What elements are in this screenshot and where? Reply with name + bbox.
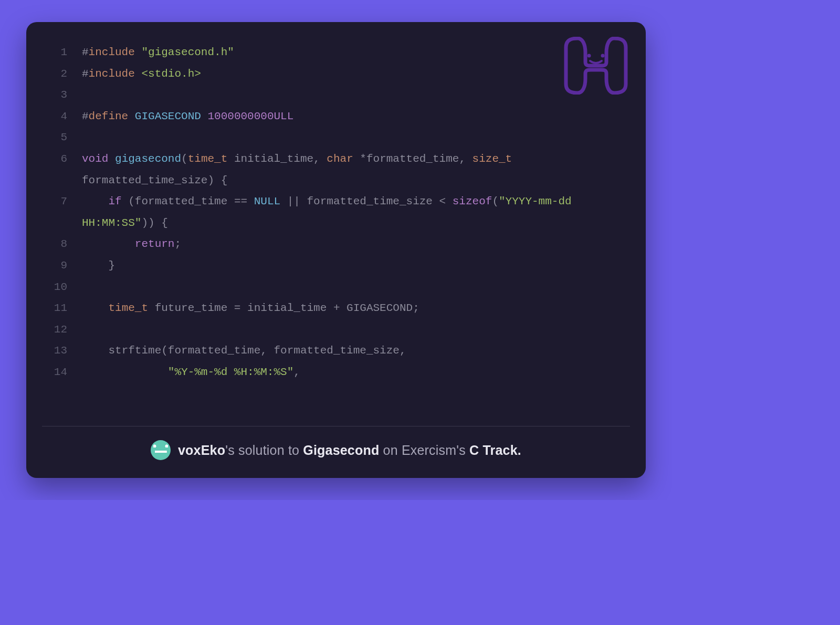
footer-exercise: Gigasecond [303,443,379,457]
code-content[interactable]: strftime(formatted_time, formatted_time_… [67,340,630,362]
footer-track: C Track. [469,443,521,457]
line-number: 6 [42,149,67,191]
line-number: 9 [42,255,67,277]
code-line: 1#include "gigasecond.h" [42,42,630,64]
code-content[interactable]: #include "gigasecond.h" [67,42,630,64]
line-number: 1 [42,42,67,64]
code-line: 12 [42,319,630,341]
line-number: 10 [42,277,67,298]
code-content[interactable]: return; [67,234,630,255]
code-line: 5 [42,127,630,149]
code-line: 3 [42,85,630,106]
code-content[interactable]: void gigasecond(time_t initial_time, cha… [67,149,630,191]
footer-user: voxEko [178,443,225,457]
code-line: 14 "%Y-%m-%d %H:%M:%S", [42,362,630,383]
code-content[interactable]: #include <stdio.h> [67,64,630,85]
code-content[interactable]: time_t future_time = initial_time + GIGA… [67,298,630,319]
code-line: 9 } [42,255,630,277]
code-line: 6void gigasecond(time_t initial_time, ch… [42,149,630,191]
line-number: 12 [42,319,67,341]
code-block[interactable]: 1#include "gigasecond.h"2#include <stdio… [42,42,630,383]
code-content[interactable]: if (formatted_time == NULL || formatted_… [67,191,630,234]
code-line: 4#define GIGASECOND 1000000000ULL [42,106,630,128]
line-number: 7 [42,191,67,234]
line-number: 14 [42,362,67,383]
line-number: 5 [42,127,67,149]
footer-mid2: on Exercism's [379,443,469,457]
code-card: 1#include "gigasecond.h"2#include <stdio… [26,22,646,478]
code-line: 2#include <stdio.h> [42,64,630,85]
avatar [151,440,171,460]
code-content[interactable] [67,127,630,149]
code-line: 11 time_t future_time = initial_time + G… [42,298,630,319]
code-line: 8 return; [42,234,630,255]
footer-mid1: 's solution to [225,443,303,457]
code-content[interactable]: #define GIGASECOND 1000000000ULL [67,106,630,128]
code-content[interactable]: "%Y-%m-%d %H:%M:%S", [67,362,630,383]
line-number: 4 [42,106,67,128]
line-number: 11 [42,298,67,319]
code-line: 7 if (formatted_time == NULL || formatte… [42,191,630,234]
code-content[interactable]: } [67,255,630,277]
code-line: 13 strftime(formatted_time, formatted_ti… [42,340,630,362]
line-number: 2 [42,64,67,85]
line-number: 13 [42,340,67,362]
code-content[interactable] [67,85,630,106]
line-number: 8 [42,234,67,255]
footer-caption: voxEko's solution to Gigasecond on Exerc… [178,443,521,458]
code-content[interactable] [67,319,630,341]
code-line: 10 [42,277,630,298]
card-footer: voxEko's solution to Gigasecond on Exerc… [42,426,630,478]
code-content[interactable] [67,277,630,298]
line-number: 3 [42,85,67,106]
code-area: 1#include "gigasecond.h"2#include <stdio… [26,22,646,426]
